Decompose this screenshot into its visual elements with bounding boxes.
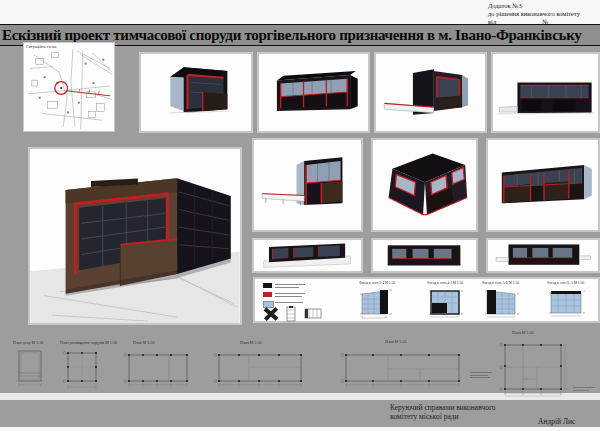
elevation-1-drawing	[359, 286, 395, 320]
render-view-9-panel	[371, 238, 478, 273]
render-view-4-panel	[491, 52, 600, 133]
render-view-5-image	[254, 140, 361, 230]
render-view-1-panel	[139, 52, 253, 133]
plan-6-label: План М 1:50	[512, 330, 533, 335]
plan-5-label: План М 1:50	[385, 339, 406, 344]
render-view-3-image	[376, 54, 485, 131]
render-view-1-image	[141, 54, 251, 131]
render-view-10-image	[488, 240, 598, 271]
plan-3-drawing	[123, 347, 193, 391]
annex-line1: Додаток №3	[488, 2, 598, 10]
render-main-perspective-panel	[28, 147, 242, 325]
render-view-6-image	[373, 140, 476, 230]
elevation-4-label: Фасад в осях Б-А М 1:50	[547, 281, 584, 285]
elevation-4-drawing	[547, 286, 587, 320]
legend-and-elevations-panel: Фасад в осях 1-4 М 1:50 Фасад в осях 4-1…	[253, 277, 600, 323]
render-view-9-image	[373, 240, 476, 271]
plan-6-drawing	[497, 337, 570, 399]
render-view-8-panel	[252, 238, 363, 273]
node-detail-drawings	[261, 306, 331, 322]
plan-2-label: План розміщення модулів М 1:50	[60, 340, 117, 345]
elevation-3-label: Фасад в осях А-Б М 1:50	[482, 281, 519, 285]
render-view-2-panel	[257, 52, 370, 133]
presentation-sheet: { "page": { "background": "#9d9d9d", "to…	[0, 0, 600, 431]
page-bottom-margin	[0, 427, 600, 431]
elevation-2-drawing	[427, 286, 465, 320]
plan-note-2	[573, 387, 595, 392]
legend-swatch-red	[263, 292, 272, 297]
render-view-8-image	[254, 240, 361, 271]
site-map-panel: Ситуаційна схема	[23, 42, 115, 132]
render-view-3-panel	[374, 52, 487, 133]
elevation-3-drawing	[482, 286, 524, 320]
elevation-1-label: Фасад в осях 1-4 М 1:50	[359, 281, 395, 285]
materials-legend	[255, 279, 355, 321]
render-view-6-panel	[371, 138, 478, 232]
render-view-5-panel	[252, 138, 363, 232]
plan-1-label: План даху М 1:50	[13, 340, 43, 345]
legend-swatch-dark	[263, 283, 272, 288]
annex-line2: до рішення виконавчого комітету	[488, 10, 598, 18]
annex-annotation: Додаток №3 до рішення виконавчого коміте…	[488, 2, 598, 26]
render-view-7-panel	[486, 138, 600, 232]
plan-2-drawing	[62, 347, 100, 391]
page-title: Ескізний проект тимчасової споруди торгі…	[0, 27, 582, 44]
plan-4-drawing	[213, 347, 307, 391]
footer-signatory-name: Андрій Лис	[538, 417, 575, 426]
plan-1-drawing	[15, 347, 45, 391]
site-map-label: Ситуаційна схема	[26, 44, 56, 49]
plan-4-label: План М 1:50	[240, 340, 261, 345]
plan-3-label: План М 1:50	[133, 340, 154, 345]
render-view-7-image	[488, 140, 598, 230]
elevation-2-label: Фасад в осях 4-1 М 1:50	[427, 281, 463, 285]
render-main-perspective-image	[30, 149, 240, 323]
render-view-10-panel	[486, 238, 600, 273]
plan-note-1	[470, 372, 492, 380]
render-view-2-image	[259, 54, 368, 131]
footer-office-title: Керуючий справами виконавчого комітету м…	[390, 403, 540, 421]
plan-5-drawing	[340, 347, 467, 391]
site-map-image	[24, 43, 114, 131]
render-view-4-image	[493, 54, 598, 131]
